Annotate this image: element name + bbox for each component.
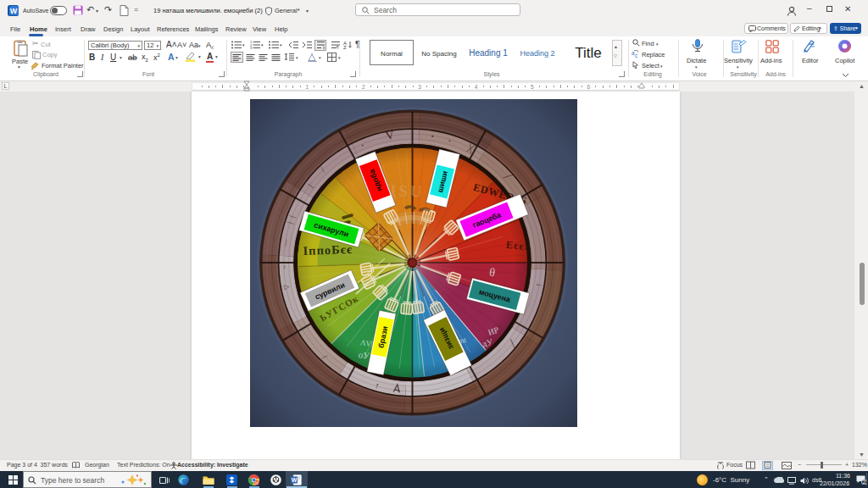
svg-text:IппоБєє: IппоБєє — [303, 242, 353, 258]
svg-text:M: M — [255, 481, 259, 485]
svg-text:~: ~ — [281, 265, 289, 269]
svg-text:оУ: оУ — [358, 349, 370, 360]
svg-text:W: W — [292, 477, 298, 483]
svg-text:ΛV|: ΛV| — [359, 338, 373, 348]
svg-text:Eєє:: Eєє: — [505, 239, 529, 252]
svg-text:Z: Z — [343, 45, 347, 49]
svg-text:W: W — [10, 7, 18, 15]
svg-text:3: 3 — [250, 46, 253, 49]
svg-text:c: c — [635, 53, 638, 58]
svg-text:¶: ¶ — [337, 45, 339, 49]
